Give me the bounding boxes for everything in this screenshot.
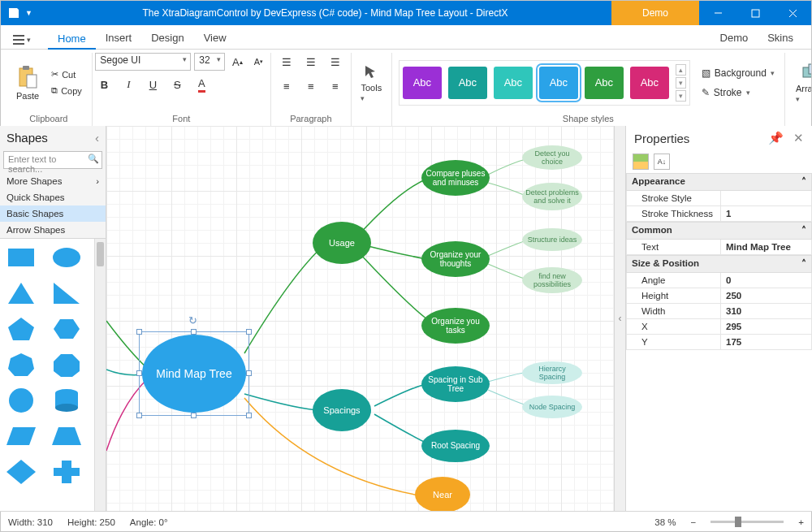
paste-button[interactable]: Paste xyxy=(12,63,43,103)
node-structure[interactable]: Structure ideas xyxy=(522,228,582,251)
font-family-combo[interactable]: Segoe UI xyxy=(95,53,191,71)
shape-trapezoid[interactable] xyxy=(50,422,83,450)
zoom-in-button[interactable]: + xyxy=(798,517,804,527)
node-detect-problems[interactable]: Detect problems and solve it xyxy=(522,183,582,210)
node-compare[interactable]: Compare pluses and minuses xyxy=(421,160,490,196)
shape-pentagon[interactable] xyxy=(5,315,37,343)
cat-basic-shapes[interactable]: Basic Shapes xyxy=(0,205,106,222)
style-swatch-3[interactable]: Abc xyxy=(494,67,533,99)
node-usage[interactable]: Usage xyxy=(313,222,371,264)
tab-design[interactable]: Design xyxy=(141,27,193,49)
properties-collapse-bar[interactable]: ‹ xyxy=(614,126,625,511)
style-swatch-6[interactable]: Abc xyxy=(630,67,669,99)
tools-button[interactable]: Tools xyxy=(356,61,386,105)
file-menu-button[interactable]: ▾ xyxy=(9,31,33,49)
prop-height[interactable]: Height250 xyxy=(626,288,812,304)
gallery-more-button[interactable]: ▾ xyxy=(676,90,686,102)
cat-arrow-shapes[interactable]: Arrow Shapes xyxy=(0,222,106,238)
save-icon[interactable] xyxy=(7,6,20,19)
shape-hexagon[interactable] xyxy=(50,315,83,343)
prop-x[interactable]: X295 xyxy=(626,319,812,335)
align-bottom-button[interactable]: ☰ xyxy=(326,53,344,71)
stroke-button[interactable]: ✎Stroke xyxy=(698,85,778,100)
node-node-spacing[interactable]: Node Spacing xyxy=(522,396,582,418)
italic-button[interactable]: I xyxy=(119,76,137,93)
group-size-position[interactable]: Size & Position˄ xyxy=(626,255,812,273)
node-possibilities[interactable]: find new possibilities xyxy=(522,267,582,293)
prop-text[interactable]: TextMind Map Tree xyxy=(626,240,812,255)
close-button[interactable] xyxy=(774,1,811,25)
node-root-spacing[interactable]: Root Spacing xyxy=(421,430,490,462)
shape-can[interactable] xyxy=(50,387,83,414)
style-swatch-1[interactable]: Abc xyxy=(403,67,442,99)
shape-diamond[interactable] xyxy=(5,458,37,486)
background-button[interactable]: ▧Background xyxy=(698,66,778,80)
maximize-button[interactable] xyxy=(736,1,774,25)
node-spacings[interactable]: Spacings xyxy=(313,389,371,431)
node-root[interactable]: Mind Map Tree xyxy=(142,335,246,413)
cut-button[interactable]: ✂Cut xyxy=(48,67,85,81)
pin-icon[interactable]: 📌 xyxy=(768,131,784,145)
tab-insert[interactable]: Insert xyxy=(96,27,142,49)
shape-decagon[interactable] xyxy=(5,387,37,414)
shapes-search-input[interactable]: Enter text to search... xyxy=(3,151,102,169)
strike-button[interactable]: S xyxy=(168,76,186,93)
alphabetical-view-button[interactable]: A↓ xyxy=(654,154,670,170)
prop-stroke-style[interactable]: Stroke Style xyxy=(626,191,812,206)
prop-stroke-thickness[interactable]: Stroke Thickness1 xyxy=(626,206,812,222)
bold-button[interactable]: B xyxy=(95,76,113,93)
cat-more-shapes[interactable]: More Shapes› xyxy=(0,173,106,189)
prop-width[interactable]: Width310 xyxy=(626,304,812,319)
canvas[interactable]: Mind Map Tree ↻ Usage Spacings Near Comp… xyxy=(106,126,614,511)
node-sub-spacing[interactable]: Spacing in Sub Tree xyxy=(421,366,490,402)
shrink-font-button[interactable]: A▾ xyxy=(249,53,267,71)
gallery-down-button[interactable]: ▾ xyxy=(676,77,686,89)
style-swatch-2[interactable]: Abc xyxy=(448,67,487,99)
close-properties-icon[interactable]: ✕ xyxy=(793,131,804,145)
shape-rectangle[interactable] xyxy=(5,244,37,271)
shape-ellipse[interactable] xyxy=(50,244,83,271)
tab-home[interactable]: Home xyxy=(48,28,96,50)
group-appearance[interactable]: Appearance˄ xyxy=(626,173,812,191)
font-size-combo[interactable]: 32 xyxy=(194,53,225,71)
demo-button[interactable]: Demo xyxy=(611,1,699,25)
node-organize-thoughts[interactable]: Organize your thoughts xyxy=(421,241,490,277)
grow-font-button[interactable]: A▴ xyxy=(228,53,246,71)
node-hierarchy[interactable]: Hierarcy Spacing xyxy=(522,361,582,384)
style-swatch-5[interactable]: Abc xyxy=(585,67,624,99)
align-right-button[interactable]: ≡ xyxy=(326,77,344,95)
zoom-out-button[interactable]: − xyxy=(691,517,697,527)
align-middle-button[interactable]: ☰ xyxy=(302,53,320,71)
minimize-button[interactable] xyxy=(699,1,736,25)
tab-view[interactable]: View xyxy=(194,27,236,49)
style-swatch-4[interactable]: Abc xyxy=(539,67,578,99)
qat-dropdown-icon[interactable]: ▼ xyxy=(25,9,32,17)
shape-heptagon[interactable] xyxy=(5,351,37,378)
underline-button[interactable]: U xyxy=(144,76,162,93)
collapse-shapes-icon[interactable]: ‹ xyxy=(95,131,99,145)
align-left-button[interactable]: ≡ xyxy=(278,77,296,95)
node-near[interactable]: Near xyxy=(415,477,470,511)
group-common[interactable]: Common˄ xyxy=(626,222,812,240)
node-detect-choice[interactable]: Detect you choice xyxy=(522,145,582,170)
tab-skins[interactable]: Skins xyxy=(758,27,803,49)
cat-quick-shapes[interactable]: Quick Shapes xyxy=(0,189,106,205)
arrange-button[interactable]: Arrange xyxy=(792,60,812,106)
shape-triangle[interactable] xyxy=(5,279,37,307)
gallery-up-button[interactable]: ▴ xyxy=(676,64,686,76)
gallery-scrollbar[interactable] xyxy=(94,239,106,511)
prop-y[interactable]: Y175 xyxy=(626,335,812,350)
copy-button[interactable]: ⧉Copy xyxy=(48,84,85,97)
prop-angle[interactable]: Angle0 xyxy=(626,273,812,288)
align-center-button[interactable]: ≡ xyxy=(302,77,320,95)
categorized-view-button[interactable] xyxy=(633,154,649,170)
node-organize-tasks[interactable]: Organize you tasks xyxy=(421,308,490,344)
font-color-button[interactable]: A xyxy=(192,76,210,93)
align-top-button[interactable]: ☰ xyxy=(278,53,296,71)
shape-parallelogram[interactable] xyxy=(5,422,37,450)
shape-right-triangle[interactable] xyxy=(50,279,83,307)
zoom-slider[interactable] xyxy=(710,521,784,523)
shape-cross[interactable] xyxy=(50,458,83,486)
shape-octagon[interactable] xyxy=(50,351,83,378)
tab-demo[interactable]: Demo xyxy=(710,27,758,49)
